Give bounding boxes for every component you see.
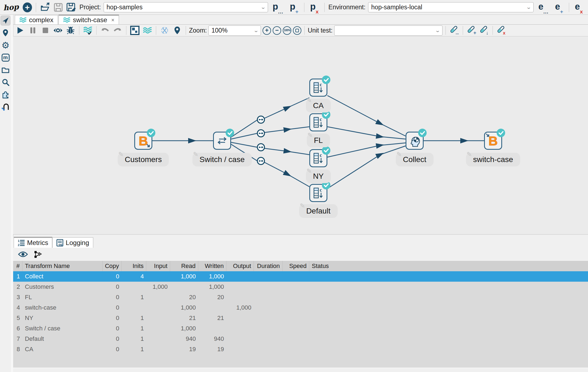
table-row[interactable]: 1Collect041,0001,000 [13, 271, 588, 282]
table-cell-name: Default [22, 335, 103, 342]
table-cell-num: 5 [13, 315, 22, 322]
table-cell-inits: 1 [122, 315, 146, 322]
table-cell-read: 19 [170, 346, 198, 353]
save-button[interactable] [53, 2, 63, 13]
column-header[interactable]: Copy [103, 261, 122, 271]
edit-pencil-icon: ✎ [118, 151, 124, 158]
transform-customers[interactable]: B [134, 132, 152, 150]
column-header[interactable]: Output [226, 261, 254, 271]
column-header[interactable]: Transform Name [22, 261, 103, 271]
table-cell-num: 7 [13, 335, 22, 342]
transform-label-customers[interactable]: ✎Customers [118, 153, 169, 166]
tab-label: Logging [66, 239, 89, 247]
edit-environment-button[interactable]: e... [536, 2, 550, 13]
table-row[interactable]: 8CA011919 [13, 344, 588, 354]
table-cell-read: 1,000 [170, 325, 198, 332]
pipeline-canvas[interactable]: B c [13, 36, 588, 235]
execution-results-panel: 1 2 Metrics og Logging [13, 237, 588, 372]
column-header[interactable]: Speed [283, 261, 309, 271]
label-text: Customers [125, 155, 162, 164]
project-combo[interactable]: hop-samples ⌄ [104, 2, 268, 12]
perspective-configuration[interactable]: ⚙ [1, 40, 10, 50]
metrics-table: #Transform NameCopyInitsInputReadWritten… [13, 261, 588, 368]
logging-icon: og [56, 239, 63, 247]
transform-ca[interactable]: c [309, 79, 327, 97]
environment-value: hop-samples-local [371, 4, 422, 11]
column-header[interactable]: Read [170, 261, 198, 271]
svg-text:c: c [320, 117, 322, 122]
table-cell-num: 6 [13, 325, 22, 332]
transform-ny[interactable]: c [309, 149, 327, 167]
check-badge [147, 129, 155, 137]
transform-switch-case-output[interactable]: B [484, 132, 502, 150]
table-cell-read: 20 [170, 294, 198, 301]
table-row[interactable]: 2Customers01,0001,000 [13, 282, 588, 292]
table-cell-copy: 0 [103, 294, 122, 301]
save-as-button[interactable] [66, 2, 77, 13]
column-header[interactable]: # [13, 261, 22, 271]
table-cell-name: NY [22, 315, 103, 322]
transform-label-collect[interactable]: ✎Collect [396, 153, 433, 166]
edit-project-button[interactable]: p... [271, 2, 285, 13]
table-cell-read: 1,000 [170, 304, 198, 311]
perspective-plugins[interactable] [1, 90, 10, 99]
add-constants-icon: c [312, 152, 325, 165]
transform-label-default[interactable]: ✎Default [299, 204, 338, 218]
metrics-table-body: 1Collect041,0001,0002Customers01,0001,00… [13, 271, 588, 354]
transform-collect[interactable] [406, 132, 424, 150]
table-cell-copy: 0 [103, 325, 122, 332]
environment-combo[interactable]: hop-samples-local ⌄ [368, 2, 534, 12]
delete-project-button[interactable]: px [308, 2, 321, 13]
open-file-button[interactable] [40, 2, 50, 13]
table-row[interactable]: 5NY012121 [13, 313, 588, 323]
perspective-file-explorer[interactable] [1, 65, 10, 75]
table-row[interactable]: 7Default01940940 [13, 334, 588, 344]
label-text: NY [313, 172, 324, 180]
transform-switch-case[interactable] [213, 132, 231, 150]
table-cell-copy: 0 [103, 346, 122, 353]
view-flow-button[interactable] [32, 249, 43, 260]
add-constants-icon: c [312, 81, 325, 94]
transform-default[interactable]: c [309, 184, 327, 202]
neo4j-graph-icon [1, 103, 10, 111]
perspective-data-orchestration[interactable] [1, 16, 10, 25]
table-cell-written: 21 [198, 315, 226, 322]
switch-case-icon [216, 135, 228, 147]
check-badge [322, 76, 330, 84]
add-project-button[interactable]: p+ [288, 2, 300, 13]
transform-fl[interactable]: c [309, 113, 327, 131]
table-cell-name: Customers [22, 283, 103, 290]
column-header[interactable]: Inits [122, 261, 146, 271]
eye-icon [18, 251, 28, 258]
edit-pencil-icon: ✎ [300, 202, 305, 210]
edit-pencil-icon: ✎ [307, 167, 312, 175]
table-cell-copy: 0 [103, 315, 122, 322]
show-hide-button[interactable] [18, 249, 28, 260]
transform-label-fl[interactable]: ✎FL [307, 134, 330, 147]
table-cell-copy: 0 [103, 283, 122, 290]
table-row[interactable]: 4switch-case01,0001,000 [13, 302, 588, 313]
column-header[interactable]: Status [309, 261, 588, 271]
table-cell-read: 1,000 [170, 273, 198, 280]
perspective-search[interactable] [1, 77, 10, 87]
perspective-locator[interactable] [1, 28, 10, 38]
transform-label-switch-case-output[interactable]: ✎switch-case [466, 153, 520, 166]
transform-label-ca[interactable]: ✎CA [306, 99, 331, 113]
table-row[interactable]: 6Switch / case011,000 [13, 323, 588, 334]
add-environment-button[interactable]: e+ [553, 2, 565, 13]
transform-label-switch-case[interactable]: ✎Switch / case [193, 153, 252, 166]
column-header[interactable]: Duration [254, 261, 283, 271]
column-header[interactable]: Written [198, 261, 226, 271]
table-cell-name: CA [22, 346, 103, 353]
table-row[interactable]: 3FL012020 [13, 292, 588, 302]
tab-metrics[interactable]: 1 2 Metrics [14, 237, 52, 248]
new-file-button[interactable]: + [23, 2, 32, 12]
perspective-metadata[interactable]: m [1, 53, 10, 62]
perspective-neo4j[interactable] [1, 102, 10, 112]
label-text: Switch / case [200, 155, 245, 164]
edit-pencil-icon: ✎ [307, 97, 312, 104]
delete-environment-button[interactable]: ex [573, 2, 585, 13]
transform-label-ny[interactable]: ✎NY [306, 169, 331, 183]
column-header[interactable]: Input [146, 261, 170, 271]
tab-logging[interactable]: og Logging [52, 237, 93, 248]
